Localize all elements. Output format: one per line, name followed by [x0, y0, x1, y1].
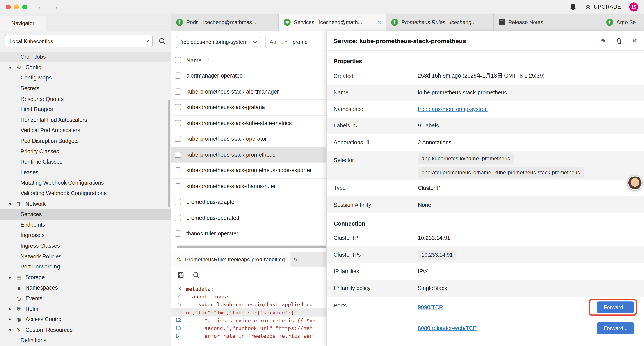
sidebar-item-access-control[interactable]: ▸◉Access Control [0, 314, 171, 325]
close-window-button[interactable] [6, 4, 10, 9]
sidebar-item-network[interactable]: ▾⇅Network [0, 199, 171, 209]
sidebar-item-config[interactable]: ▾⚙Config [0, 62, 171, 73]
row-checkbox[interactable] [175, 199, 181, 205]
name-column-header[interactable]: Name [186, 57, 202, 63]
sidebar-item-services[interactable]: Services [0, 209, 171, 220]
sidebar-item-leases[interactable]: Leases [0, 167, 171, 178]
sort-toggle-icon[interactable]: ⇅ [366, 139, 370, 145]
select-all-checkbox[interactable] [175, 57, 181, 63]
service-name: kube-prometheus-stack-kube-state-metrics [186, 120, 292, 126]
sidebar-item-events[interactable]: ◷Events [0, 293, 171, 304]
custom-resources-icon: ✳ [16, 327, 26, 333]
minimize-window-button[interactable] [14, 4, 19, 9]
sidebar-item-label: Horizontal Pod Autoscalers [20, 117, 87, 123]
sidebar-item-pod-disruption-budgets[interactable]: Pod Disruption Budgets [0, 136, 171, 146]
navigator-tab[interactable]: Navigator [0, 15, 46, 31]
namespaces-icon: ▣ [16, 285, 26, 291]
search-value: prome [292, 39, 308, 45]
regex-toggle[interactable]: .* [281, 39, 287, 45]
property-label-text: Cluster IPs [334, 252, 361, 258]
row-checkbox[interactable] [175, 120, 181, 126]
sidebar-item-label: Access Control [26, 316, 63, 322]
property-label: Name [334, 90, 418, 96]
sidebar-item-mutating-webhook-configurations[interactable]: Mutating Webhook Configurations [0, 178, 171, 188]
close-icon[interactable]: × [377, 19, 381, 26]
sidebar-item-network-policies[interactable]: Network Policies [0, 251, 171, 262]
row-checkbox[interactable] [175, 167, 181, 173]
close-icon[interactable]: × [632, 36, 637, 45]
value-badge: operator.prometheus.io/name=kube-prometh… [418, 167, 584, 177]
row-checkbox[interactable] [175, 73, 181, 79]
sidebar-scrollbar[interactable] [168, 100, 170, 208]
row-checkbox[interactable] [175, 215, 181, 221]
row-checkbox[interactable] [175, 136, 181, 142]
kubeconfig-selector[interactable]: Local Kubeconfigs [5, 35, 152, 47]
sidebar-item-runtime-classes[interactable]: Runtime Classes [0, 157, 171, 167]
sort-toggle-icon[interactable]: ⇅ [353, 123, 357, 129]
back-arrow-icon[interactable]: ← [38, 3, 44, 10]
sidebar-item-port-forwarding[interactable]: Port Forwarding [0, 262, 171, 272]
namespace-link[interactable]: freeleaps-monitoring-system [418, 106, 488, 112]
row-checkbox[interactable] [175, 152, 181, 158]
sidebar-item-limit-ranges[interactable]: Limit Ranges [0, 104, 171, 115]
property-label-text: Type [334, 185, 346, 191]
property-label: IP family policy [334, 285, 418, 291]
sidebar-item-endpoints[interactable]: Endpoints [0, 220, 171, 230]
row-checkbox[interactable] [175, 183, 181, 189]
line-number: 14 [171, 333, 186, 339]
notifications-bell-icon[interactable] [570, 3, 576, 10]
sidebar-item-definitions[interactable]: Definitions [0, 335, 171, 346]
sidebar-item-priority-classes[interactable]: Priority Classes [0, 146, 171, 157]
dock-tab-prometheusrule[interactable]: ✎ PrometheusRule: freeleaps-prod-rabbitm… [171, 252, 291, 267]
sidebar-item-custom-resources[interactable]: ▾✳Custom Resources [0, 325, 171, 335]
namespace-filter-dropdown[interactable]: freeleaps-monitoring-system [176, 36, 261, 48]
forward-button[interactable]: Forward... [597, 322, 634, 334]
sidebar-item-secrets[interactable]: Secrets [0, 83, 171, 94]
edit-pencil-icon[interactable]: ✎ [600, 37, 606, 44]
sidebar-item-resource-quotas[interactable]: Resource Quotas [0, 94, 171, 104]
user-avatar[interactable] [628, 175, 642, 190]
sidebar-item-validating-webhook-configurations[interactable]: Validating Webhook Configurations [0, 188, 171, 199]
service-name: kube-prometheus-stack-operator [186, 136, 267, 142]
sidebar-item-helm[interactable]: ▸☸Helm [0, 304, 171, 314]
line-number: 3 [171, 286, 186, 292]
sidebar-item-label: Ingresses [20, 232, 45, 239]
sidebar-item-label: Config [26, 64, 42, 70]
tab-prometheus-rules-icecheng[interactable]: ☸Prometheus Rules - icecheng... [386, 13, 494, 31]
chevron-down-icon [253, 39, 257, 43]
sidebar-item-horizontal-pod-autoscalers[interactable]: Horizontal Pod Autoscalers [0, 114, 171, 125]
tab-argo-se[interactable]: ☸Argo Se [601, 13, 644, 31]
sidebar-item-namespaces[interactable]: ▣Namespaces [0, 283, 171, 293]
sidebar-item-storage[interactable]: ▸▤Storage [0, 272, 171, 283]
port-link[interactable]: 8080:reloader-web/TCP [418, 325, 476, 331]
row-checkbox[interactable] [175, 104, 181, 110]
sidebar-item-ingress-classes[interactable]: Ingress Classes [0, 241, 171, 251]
forward-button[interactable]: Forward... [597, 301, 634, 313]
tab-release-notes[interactable]: Release Notes [494, 13, 602, 31]
sidebar-search-icon[interactable] [158, 37, 166, 45]
tab-services-icecheng-math[interactable]: ☸Services - icecheng@math...× [278, 13, 386, 31]
edit-pencil-icon: ✎ [293, 256, 298, 262]
port-link[interactable]: 9090/TCP [418, 304, 443, 310]
chevron-expanded-icon: ▾ [9, 65, 16, 70]
delete-trash-icon[interactable] [616, 37, 622, 44]
code-text: annotations: [186, 294, 229, 300]
line-number: 12 [171, 318, 186, 323]
upgrade-button[interactable]: UPGRADE [584, 3, 621, 10]
editor-search-icon[interactable] [192, 271, 200, 278]
notification-count-badge[interactable]: 15 [629, 2, 638, 11]
sidebar-item-cron-jobs[interactable]: Cron Jobs [0, 52, 171, 62]
property-label: Selector [334, 153, 418, 163]
sidebar-item-vertical-pod-autoscalers[interactable]: Vertical Pod Autoscalers [0, 125, 171, 136]
dock-tab-next-partial[interactable]: ✎ [291, 252, 300, 267]
forward-arrow-icon[interactable]: → [52, 3, 58, 10]
row-checkbox[interactable] [175, 231, 181, 237]
match-case-toggle[interactable]: Aa [270, 39, 276, 45]
tab-pods-icecheng-mathmas[interactable]: ☸Pods - icecheng@mathmas... [171, 13, 279, 31]
sort-ascending-icon[interactable] [206, 58, 211, 63]
maximize-window-button[interactable] [22, 4, 27, 9]
sidebar-item-config-maps[interactable]: Config Maps [0, 73, 171, 83]
save-icon[interactable] [177, 271, 184, 278]
row-checkbox[interactable] [175, 88, 181, 95]
sidebar-item-ingresses[interactable]: Ingresses [0, 230, 171, 241]
